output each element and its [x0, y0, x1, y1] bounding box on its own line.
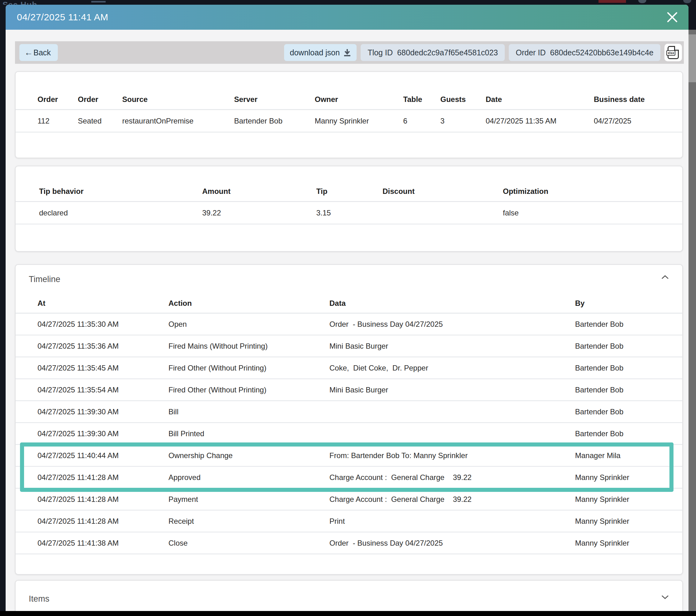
background-fragment: [683, 0, 691, 3]
order-summary-header-row: Order Order Source Server Owner Table Gu…: [16, 89, 682, 110]
timeline-by: Bartender Bob: [575, 320, 682, 329]
timeline-at: 04/27/2025 11:35:30 AM: [37, 320, 169, 329]
order-summary-card: Order Order Source Server Owner Table Gu…: [15, 71, 683, 158]
timeline-at: 04/27/2025 11:41:28 AM: [37, 495, 169, 504]
back-button[interactable]: ← Back: [19, 44, 58, 61]
timeline-at: 04/27/2025 11:35:54 AM: [37, 386, 169, 394]
timeline-at: 04/27/2025 11:39:30 AM: [37, 429, 169, 438]
timeline-row: 04/27/2025 11:39:30 AM Bill Bartender Bo…: [16, 401, 682, 423]
tip-summary-card: Tip behavior Amount Tip Discount Optimiz…: [15, 166, 683, 252]
items-section-title: Items: [29, 594, 49, 604]
timeline-rows: 04/27/2025 11:35:30 AM Open Order - Busi…: [16, 314, 682, 554]
timeline-action: Fired Other (Without Printing): [169, 364, 329, 372]
chevron-down-icon: [660, 594, 670, 600]
download-icon: [344, 48, 351, 57]
order-summary-value-row: 112 Seated restaurantOnPremise Bartender…: [16, 110, 682, 133]
collapse-timeline-button[interactable]: [660, 274, 670, 282]
timeline-by: Manny Sprinkler: [575, 539, 682, 548]
order-number: 112: [37, 117, 78, 125]
timeline-row: 04/27/2025 11:41:28 AM Payment Charge Ac…: [16, 489, 682, 511]
items-card: Items: [15, 580, 683, 613]
order-table-number: 6: [403, 117, 440, 125]
hamburger-icon: [91, 1, 106, 2]
background-fragment: [599, 0, 626, 3]
timeline-data: Charge Account : General Charge 39.22: [329, 495, 575, 504]
order-id-label: Order ID: [516, 48, 546, 57]
timeline-data: Charge Account : General Charge 39.22: [329, 473, 575, 482]
timeline-action: Approved: [169, 473, 329, 482]
timeline-data: Order - Business Day 04/27/2025: [329, 320, 575, 329]
vertical-scrollbar[interactable]: [689, 30, 696, 616]
timeline-data: Mini Basic Burger: [329, 342, 575, 351]
timeline-at: 04/27/2025 11:39:30 AM: [37, 407, 169, 416]
amount: 39.22: [202, 209, 316, 217]
background-fragment: [638, 0, 646, 3]
timeline-action: Fired Mains (Without Printing): [169, 342, 329, 351]
order-source: restaurantOnPremise: [122, 117, 234, 125]
timeline-section-title: Timeline: [29, 275, 60, 284]
timeline-action: Bill: [169, 407, 329, 416]
column-header: Discount: [382, 187, 503, 196]
column-header: Tip behavior: [39, 187, 202, 196]
timeline-action: Bill Printed: [169, 429, 329, 438]
column-header: Data: [329, 299, 575, 308]
timeline-row: 04/27/2025 11:39:30 AM Bill Printed Bart…: [16, 423, 682, 445]
timeline-data: Coke, Diet Coke, Dr. Pepper: [329, 364, 575, 372]
timeline-card: Timeline At Action Data By 04/27/2025 11…: [15, 264, 683, 575]
xlsx-icon-label: xlsx: [666, 50, 675, 56]
order-date: 04/27/2025 11:35 AM: [486, 117, 594, 125]
close-button[interactable]: [665, 10, 680, 25]
order-server: Bartender Bob: [234, 117, 315, 125]
timeline-data: Print: [329, 517, 575, 526]
scrollbar-thumb[interactable]: [689, 34, 696, 82]
export-xlsx-button[interactable]: xlsx: [664, 44, 682, 61]
download-json-button[interactable]: download json: [284, 44, 357, 61]
timeline-action: Payment: [169, 495, 329, 504]
tip: 3.15: [316, 209, 382, 217]
order-business-date: 04/27/2025: [594, 117, 682, 125]
timeline-row: 04/27/2025 11:41:38 AM Close Order - Bus…: [16, 533, 682, 554]
timeline-row: 04/27/2025 11:41:28 AM Receipt Print Man…: [16, 511, 682, 533]
timeline-row: 04/27/2025 11:35:36 AM Fired Mains (With…: [16, 336, 682, 357]
timeline-row-highlighted: 04/27/2025 11:41:28 AM Approved Charge A…: [16, 467, 682, 489]
column-header: Business date: [594, 95, 682, 104]
timeline-header-row: At Action Data By: [16, 294, 682, 314]
expand-items-button[interactable]: [660, 594, 670, 601]
timeline-action: Ownership Change: [169, 451, 329, 460]
timeline-row: 04/27/2025 11:35:45 AM Fired Other (With…: [16, 357, 682, 379]
order-owner: Manny Sprinkler: [315, 117, 403, 125]
xlsx-file-icon: xlsx: [667, 46, 679, 59]
timeline-at: 04/27/2025 11:41:28 AM: [37, 517, 169, 526]
timeline-by: Bartender Bob: [575, 364, 682, 372]
timeline-at: 04/27/2025 11:41:28 AM: [37, 473, 169, 482]
tip-behavior: declared: [39, 209, 202, 217]
column-header: Action: [169, 299, 329, 308]
tlog-id-label: Tlog ID: [367, 48, 393, 57]
background-app-title: Sec Hub: [2, 0, 37, 5]
timeline-by: Manny Sprinkler: [575, 517, 682, 526]
order-status: Seated: [78, 117, 122, 125]
column-header: Optimization: [503, 187, 682, 196]
column-header: Date: [486, 95, 594, 104]
column-header: At: [37, 299, 169, 308]
timeline-action: Fired Other (Without Printing): [169, 386, 329, 394]
timeline-by: Manny Sprinkler: [575, 495, 682, 504]
modal-title: 04/27/2025 11:41 AM: [17, 12, 108, 22]
column-header: Amount: [202, 187, 316, 196]
order-id-chip: Order ID 680dec52420bb63e149b4c4e: [509, 44, 660, 61]
column-header: By: [575, 299, 682, 308]
timeline-by: Bartender Bob: [575, 342, 682, 351]
column-header: Server: [234, 95, 315, 104]
bottom-edge: [0, 611, 696, 616]
tlog-id-chip: Tlog ID 680dedc2c9a7f65e4581c023: [361, 44, 505, 61]
timeline-by: Bartender Bob: [575, 429, 682, 438]
tip-summary-value-row: declared 39.22 3.15 false: [16, 202, 682, 225]
order-id-value: 680dec52420bb63e149b4c4e: [550, 48, 653, 57]
tip-summary-header-row: Tip behavior Amount Tip Discount Optimiz…: [16, 181, 682, 202]
modal-header: 04/27/2025 11:41 AM: [6, 5, 689, 30]
timeline-action: Close: [169, 539, 329, 548]
timeline-action: Receipt: [169, 517, 329, 526]
timeline-data: Order - Business Day 04/27/2025: [329, 539, 575, 548]
timeline-by: Bartender Bob: [575, 386, 682, 394]
column-header: Source: [122, 95, 234, 104]
